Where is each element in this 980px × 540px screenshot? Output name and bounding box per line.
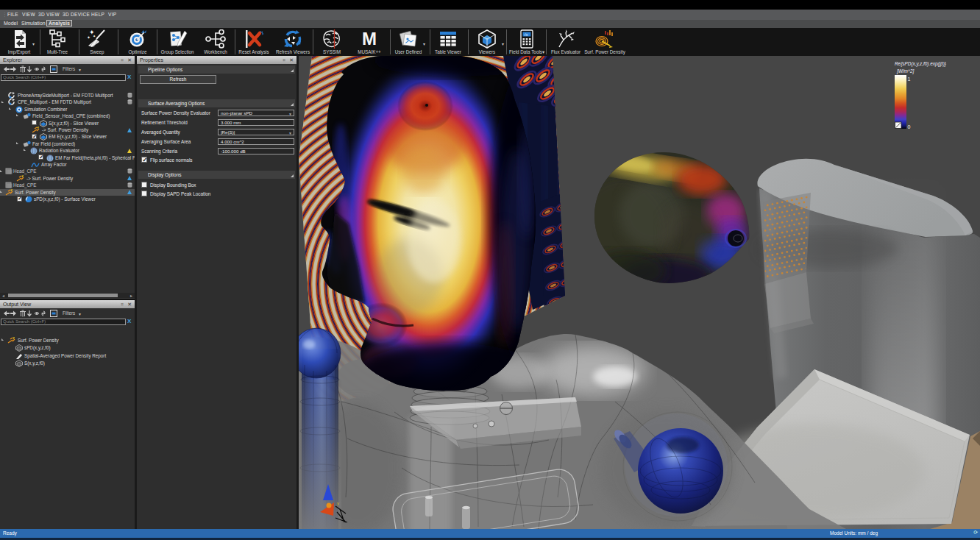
svg-text:√x: √x <box>524 32 528 36</box>
svg-text:1: 1 <box>908 77 911 82</box>
svg-text:M: M <box>362 29 377 49</box>
svg-text:0: 0 <box>908 124 911 129</box>
svg-text:y: y <box>337 501 339 505</box>
svg-text:✦: ✦ <box>93 34 96 38</box>
svg-text:[W/m^2]: [W/m^2] <box>896 68 914 74</box>
svg-text:✦: ✦ <box>87 35 90 40</box>
svg-text:Re{sPD(x,y,z,f0).exp(jβ)}: Re{sPD(x,y,z,f0).exp(jβ)} <box>895 61 947 67</box>
